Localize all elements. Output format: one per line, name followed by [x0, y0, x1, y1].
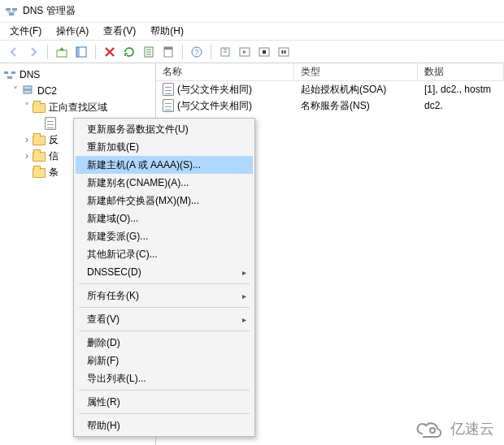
cell-data: [1], dc2., hostm [424, 84, 491, 95]
back-button[interactable] [5, 43, 23, 61]
menu-item-properties[interactable]: 属性(R) [76, 393, 253, 411]
tree-root-dns[interactable]: DNS [3, 67, 155, 83]
dns-root-icon [3, 68, 16, 81]
svg-text:?: ? [194, 48, 198, 56]
cell-name: (与父文件夹相同) [177, 99, 252, 113]
menu-item-help[interactable]: 帮助(H) [76, 417, 253, 434]
svg-rect-8 [164, 47, 172, 50]
server-icon [21, 84, 34, 97]
tree-server[interactable]: ˅ DC2 [3, 83, 155, 99]
menu-bar: 文件(F) 操作(A) 查看(V) 帮助(H) [0, 23, 504, 41]
forward-button[interactable] [24, 43, 42, 61]
export-button[interactable] [140, 43, 158, 61]
folder-icon [33, 149, 46, 162]
twisty-closed-icon[interactable]: › [21, 150, 33, 162]
menu-divider [79, 283, 250, 284]
properties-button[interactable] [159, 43, 177, 61]
separator [47, 45, 48, 59]
column-header-type[interactable]: 类型 [294, 63, 418, 80]
menu-item-new-cname[interactable]: 新建别名(CNAME)(A)... [76, 174, 253, 192]
cell-data: dc2. [424, 100, 443, 111]
menu-action[interactable]: 操作(A) [50, 23, 95, 40]
cell-type: 起始授权机构(SOA) [301, 83, 386, 97]
menu-item-all-tasks[interactable]: 所有任务(K) [76, 287, 253, 305]
twisty-open-icon[interactable]: ˅ [21, 102, 33, 113]
list-row[interactable]: (与父文件夹相同) 名称服务器(NS) dc2. [156, 97, 504, 114]
svg-rect-20 [7, 76, 12, 79]
folder-icon [33, 166, 46, 179]
separator [182, 45, 183, 59]
app-icon [5, 5, 18, 18]
menu-divider [79, 413, 250, 414]
svg-rect-1 [12, 8, 17, 11]
svg-rect-21 [24, 86, 32, 89]
cell-name: (与父文件夹相同) [177, 83, 252, 97]
cell-type: 名称服务器(NS) [301, 99, 370, 113]
context-menu: 更新服务器数据文件(U) 重新加载(E) 新建主机(A 或 AAAA)(S)..… [73, 118, 255, 437]
menu-item-delete[interactable]: 删除(D) [76, 334, 253, 352]
twisty-closed-icon[interactable]: › [21, 134, 33, 145]
menu-divider [79, 390, 250, 391]
svg-rect-2 [9, 13, 14, 15]
menu-divider [79, 331, 250, 331]
window-title: DNS 管理器 [23, 4, 76, 18]
title-bar: DNS 管理器 [0, 0, 504, 23]
svg-rect-16 [282, 50, 284, 54]
filter-button[interactable] [216, 43, 234, 61]
column-header-name[interactable]: 名称 [156, 63, 294, 80]
record-icon [163, 83, 174, 96]
svg-rect-5 [76, 47, 80, 57]
menu-item-other-new[interactable]: 其他新记录(C)... [76, 245, 253, 263]
menu-item-reload[interactable]: 重新加载(E) [76, 138, 253, 156]
run-button[interactable] [236, 43, 254, 61]
menu-item-export-list[interactable]: 导出列表(L)... [76, 369, 253, 387]
help-button[interactable]: ? [188, 43, 206, 61]
tree-forward-zone-label: 正向查找区域 [49, 101, 107, 114]
show-hide-tree-button[interactable] [72, 43, 90, 61]
svg-rect-3 [57, 50, 67, 57]
menu-help[interactable]: 帮助(H) [144, 23, 190, 40]
delete-button[interactable] [101, 43, 119, 61]
menu-item-dnssec[interactable]: DNSSEC(D) [76, 263, 253, 281]
menu-item-update-file[interactable]: 更新服务器数据文件(U) [76, 120, 253, 138]
folder-icon [33, 133, 46, 146]
menu-item-refresh[interactable]: 刷新(F) [76, 352, 253, 369]
svg-rect-0 [6, 8, 11, 11]
menu-file[interactable]: 文件(F) [3, 23, 48, 40]
list-row[interactable]: (与父文件夹相同) 起始授权机构(SOA) [1], dc2., hostm [156, 81, 504, 97]
tree-forward-zone[interactable]: ˅ 正向查找区域 [3, 99, 155, 115]
menu-item-new-domain[interactable]: 新建域(O)... [76, 210, 253, 227]
refresh-button[interactable] [120, 43, 138, 61]
record-icon [163, 99, 174, 112]
page-icon [44, 117, 57, 130]
tree-node-label: 信 [49, 149, 59, 163]
svg-rect-15 [279, 48, 289, 56]
pause-button[interactable] [275, 43, 293, 61]
menu-view[interactable]: 查看(V) [97, 23, 142, 40]
tree-node-label: 反 [49, 133, 59, 147]
svg-rect-18 [4, 71, 8, 74]
watermark: 亿速云 [413, 419, 494, 439]
separator [95, 45, 96, 59]
svg-rect-19 [11, 71, 15, 74]
svg-point-23 [430, 428, 435, 433]
svg-rect-22 [24, 90, 32, 93]
menu-item-view[interactable]: 查看(V) [76, 310, 253, 328]
menu-item-new-mx[interactable]: 新建邮件交换器(MX)(M)... [76, 192, 253, 210]
stop-button[interactable] [255, 43, 273, 61]
tree-root-label: DNS [20, 69, 40, 80]
twisty-open-icon[interactable]: ˅ [10, 85, 21, 97]
toolbar: ? [0, 41, 504, 63]
menu-divider [79, 307, 250, 308]
tree-server-label: DC2 [37, 85, 57, 97]
svg-rect-14 [263, 50, 266, 54]
up-button[interactable] [53, 43, 71, 61]
svg-rect-17 [285, 50, 286, 54]
list-header: 名称 类型 数据 [156, 63, 504, 81]
menu-item-new-host[interactable]: 新建主机(A 或 AAAA)(S)... [76, 156, 253, 174]
watermark-text: 亿速云 [450, 419, 494, 439]
menu-item-new-delegation[interactable]: 新建委派(G)... [76, 227, 253, 245]
tree-node-label: 条 [49, 166, 59, 179]
column-header-data[interactable]: 数据 [418, 63, 504, 80]
separator [211, 45, 211, 59]
